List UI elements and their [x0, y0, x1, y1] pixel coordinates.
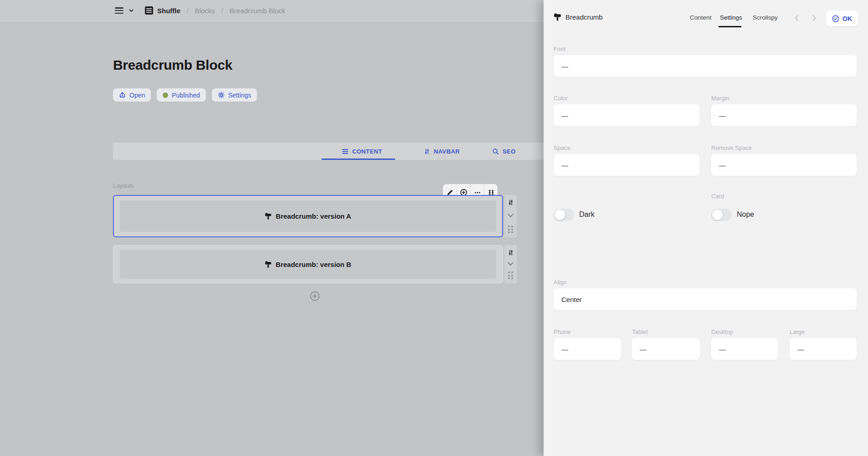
hamburger-menu-icon[interactable] — [115, 7, 123, 14]
panel-tab-scrollspy[interactable]: Scrollspy — [753, 14, 778, 21]
margin-select[interactable]: — — [711, 104, 857, 126]
tab-seo[interactable]: SEO — [492, 143, 516, 160]
published-status-button[interactable]: Published — [157, 88, 206, 102]
app-root: Shuffle / Blocks / Breadcrumb Block Brea… — [0, 0, 868, 456]
shuffle-logo-icon — [145, 6, 153, 15]
layout-block-inner: Breadcrumb: version A — [120, 200, 496, 232]
remove-space-field-label: Remove Space — [711, 144, 752, 151]
font-field-label: Font — [554, 46, 565, 52]
card-toggle-label: Nope — [737, 210, 754, 219]
add-block-button[interactable] — [310, 291, 320, 301]
drag-handle-icon[interactable] — [508, 272, 513, 279]
large-select[interactable]: — — [790, 338, 857, 360]
sliders-icon — [424, 148, 430, 155]
block-hammer-icon — [265, 212, 272, 220]
tab-content[interactable]: CONTENT — [342, 143, 382, 160]
chevron-down-icon[interactable] — [128, 8, 134, 13]
card-toggle[interactable] — [711, 209, 732, 221]
space-select[interactable]: — — [554, 154, 699, 176]
margin-field-label: Margin — [711, 95, 729, 102]
phone-select[interactable]: — — [554, 338, 621, 360]
sliders-icon[interactable] — [508, 199, 514, 206]
sliders-icon[interactable] — [508, 249, 514, 256]
panel-tab-settings[interactable]: Settings — [720, 14, 742, 21]
large-field-label: Large — [790, 328, 805, 335]
space-select-value: — — [561, 161, 568, 169]
remove-space-select-value: — — [719, 161, 726, 169]
align-select-value: Center — [561, 296, 582, 303]
block-hammer-icon — [554, 13, 561, 21]
chevron-down-icon[interactable] — [508, 262, 514, 266]
top-bar: Shuffle / Blocks / Breadcrumb Block — [0, 0, 544, 21]
search-icon — [492, 148, 499, 155]
breadcrumb-app[interactable]: Shuffle — [157, 7, 180, 15]
gear-icon — [218, 92, 225, 98]
panel-header: Breadcrumb — [554, 13, 603, 21]
tab-navbar[interactable]: NAVBAR — [424, 143, 460, 160]
page-actions: Open Published Settings — [113, 88, 257, 102]
block-a-side-controls — [504, 195, 517, 237]
font-select-value: — — [561, 62, 568, 70]
panel-title: Breadcrumb — [565, 13, 603, 21]
desktop-field-label: Desktop — [711, 328, 733, 335]
font-select[interactable]: — — [554, 55, 857, 77]
drag-handle-icon[interactable] — [508, 225, 513, 233]
panel-active-tab-underline — [719, 26, 741, 27]
page-title: Breadcrumb Block — [113, 57, 232, 73]
ok-button[interactable]: OK — [826, 10, 858, 26]
dark-toggle-label: Dark — [579, 210, 595, 219]
space-field-label: Space — [554, 144, 570, 151]
layout-block-version-b[interactable]: Breadcrumb: version B — [113, 245, 503, 283]
align-select[interactable]: Center — [554, 288, 857, 310]
list-icon — [342, 148, 349, 155]
prev-element-chevron-left-icon[interactable] — [794, 15, 799, 21]
layouts-section-label: Layouts — [113, 182, 134, 189]
breadcrumb-separator: / — [221, 7, 223, 14]
phone-select-value: — — [561, 345, 568, 353]
settings-panel: Breadcrumb Content Settings Scrollspy OK… — [544, 0, 868, 456]
breadcrumb-item-current: Breadcrumb Block — [230, 7, 286, 15]
chevron-down-icon[interactable] — [508, 214, 514, 218]
block-hammer-icon — [265, 261, 272, 268]
large-select-value: — — [797, 345, 804, 353]
tab-seo-label: SEO — [503, 148, 516, 155]
desktop-select-value: — — [719, 345, 726, 353]
block-b-side-controls — [504, 245, 517, 283]
toggle-knob — [712, 210, 723, 220]
layout-block-inner: Breadcrumb: version B — [120, 250, 496, 279]
published-label: Published — [172, 92, 200, 99]
open-external-icon — [119, 92, 126, 98]
color-select-value: — — [561, 112, 568, 119]
settings-button[interactable]: Settings — [212, 88, 257, 102]
panel-tab-content[interactable]: Content — [690, 14, 711, 21]
ok-button-label: OK — [842, 15, 852, 22]
tab-content-label: CONTENT — [352, 148, 382, 155]
breadcrumb-item-blocks[interactable]: Blocks — [195, 7, 215, 15]
phone-field-label: Phone — [554, 328, 571, 335]
check-circle-icon — [832, 15, 839, 22]
layout-block-label: Breadcrumb: version B — [276, 261, 351, 268]
next-element-chevron-right-icon[interactable] — [812, 15, 817, 21]
color-select[interactable]: — — [554, 104, 699, 126]
active-tab-underline — [322, 159, 395, 160]
tablet-field-label: Tablet — [632, 328, 648, 335]
open-button[interactable]: Open — [113, 88, 151, 102]
dark-toggle[interactable] — [554, 209, 574, 221]
layout-block-version-a[interactable]: Breadcrumb: version A — [113, 195, 503, 237]
remove-space-select[interactable]: — — [711, 154, 857, 176]
block-tabs-strip: CONTENT NAVBAR SEO — [113, 143, 544, 160]
main-canvas: Shuffle / Blocks / Breadcrumb Block Brea… — [0, 0, 544, 456]
layout-block-label: Breadcrumb: version A — [276, 212, 351, 220]
tablet-select[interactable]: — — [632, 338, 700, 360]
breadcrumb-separator: / — [187, 7, 189, 14]
desktop-select[interactable]: — — [711, 338, 778, 360]
tab-navbar-label: NAVBAR — [434, 148, 460, 155]
color-field-label: Color — [554, 95, 568, 102]
settings-button-label: Settings — [228, 92, 252, 99]
toggle-knob — [555, 210, 565, 220]
published-dot-icon — [163, 92, 168, 98]
tablet-select-value: — — [640, 345, 647, 353]
open-button-label: Open — [129, 92, 145, 99]
margin-select-value: — — [719, 112, 726, 119]
align-field-label: Align — [554, 279, 567, 286]
